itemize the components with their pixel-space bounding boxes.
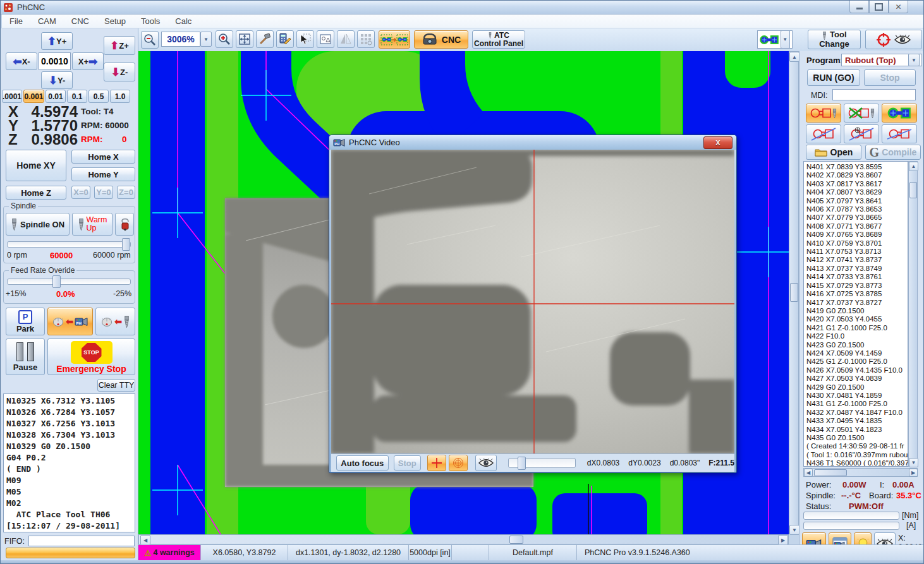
menu-cam[interactable]: CAM xyxy=(30,16,64,26)
jog-x-minus-button[interactable]: ⬅X- xyxy=(6,52,37,70)
camera-target-button[interactable] xyxy=(865,30,922,49)
gcode-list[interactable]: N401 X7.0839 Y3.8595N402 X7.0829 Y3.8607… xyxy=(803,161,908,467)
emergency-stop-button[interactable]: STOP Emergency Stop xyxy=(47,339,135,375)
step-001-button-active[interactable]: 0.001 xyxy=(23,90,44,103)
minimize-button[interactable] xyxy=(849,1,869,13)
top-bottom-layer-button[interactable] xyxy=(379,30,410,49)
fit-view-button[interactable] xyxy=(236,30,253,48)
scroll-left-arrow[interactable]: ◀ xyxy=(804,469,813,477)
canvas-vscroll-thumb[interactable] xyxy=(790,283,798,302)
scroll-up-arrow[interactable]: ▲ xyxy=(909,162,918,171)
home-z-button[interactable]: Home Z xyxy=(6,186,66,200)
pause-button[interactable]: Pause xyxy=(6,339,45,375)
gcode-vscrollbar[interactable]: ▲ ▼ xyxy=(908,161,918,467)
video-eye-button[interactable] xyxy=(475,455,497,471)
step-01-button[interactable]: 0.01 xyxy=(46,90,66,103)
zoom-level-select[interactable]: 3006% ▼ xyxy=(161,32,212,47)
stop-button[interactable]: Stop xyxy=(864,69,916,86)
warm-up-button[interactable]: WarmUp xyxy=(72,213,112,236)
jog-y-minus-button[interactable]: ⬇Y- xyxy=(41,71,73,89)
close-button[interactable]: ✕ xyxy=(889,1,908,13)
step-0001-button[interactable]: .0001 xyxy=(2,90,22,103)
video-zoom-slider[interactable] xyxy=(508,458,576,468)
skip-pads-button[interactable] xyxy=(844,104,879,123)
preview-button[interactable] xyxy=(317,30,334,48)
scroll-down-arrow[interactable]: ▼ xyxy=(909,458,918,467)
canvas-horizontal-scrollbar[interactable]: ◀ ▶ xyxy=(138,534,789,544)
calc-edit-button[interactable] xyxy=(276,30,294,48)
trace-outline-button[interactable] xyxy=(806,124,841,143)
video-slider-thumb[interactable] xyxy=(518,457,526,470)
scroll-up-arrow[interactable]: ▲ xyxy=(789,52,799,62)
menu-setup[interactable]: Setup xyxy=(97,16,133,26)
program-select[interactable]: Rubout (Top) ▼ xyxy=(841,54,922,66)
y-zero-button[interactable]: Y=0 xyxy=(94,186,113,199)
clear-tty-button[interactable]: Clear TTY xyxy=(97,379,135,392)
menu-cnc[interactable]: CNC xyxy=(64,16,97,26)
atc-control-panel-button[interactable]: ATC Control Panel xyxy=(472,30,525,49)
filled-pads-button[interactable] xyxy=(882,104,917,123)
step-10-button[interactable]: 1.0 xyxy=(110,90,130,103)
canvas-hscroll-thumb[interactable] xyxy=(509,536,523,544)
select-tool-button[interactable] xyxy=(296,30,314,48)
home-xy-button[interactable]: Home XY xyxy=(6,150,66,181)
feed-override-slider-thumb[interactable] xyxy=(52,275,61,288)
fifo-input[interactable] xyxy=(28,536,135,546)
crosshair-toggle-button[interactable] xyxy=(427,455,446,471)
tool-change-button[interactable]: Tool Change xyxy=(808,30,861,49)
z-zero-button[interactable]: Z=0 xyxy=(117,186,135,199)
x-zero-button[interactable]: X=0 xyxy=(71,186,90,199)
menu-tools[interactable]: Tools xyxy=(133,16,167,26)
zoom-out-button[interactable] xyxy=(141,31,159,49)
mdi-input[interactable] xyxy=(832,89,916,100)
rings-toggle-button[interactable] xyxy=(449,455,468,471)
pad-style-dropdown-arrow[interactable]: ▼ xyxy=(781,30,790,49)
menu-file[interactable]: File xyxy=(2,16,30,26)
scroll-down-arrow[interactable]: ▼ xyxy=(789,525,799,535)
gcode-hscrollbar[interactable]: ◀ ▶ xyxy=(803,468,918,477)
step-repeat-button[interactable] xyxy=(357,30,375,48)
pad-style-select[interactable]: ▼ xyxy=(757,30,793,49)
jog-z-plus-button[interactable]: ⬆Z+ xyxy=(104,36,135,55)
video-close-button[interactable]: X xyxy=(703,136,733,149)
gcode-vscroll-thumb[interactable] xyxy=(909,182,917,198)
jog-z-minus-button[interactable]: ⬇Z- xyxy=(104,63,135,81)
home-y-button[interactable]: Home Y xyxy=(71,167,135,181)
compile-button[interactable]: G Compile xyxy=(865,145,921,160)
autofocus-button[interactable]: Auto focus xyxy=(336,455,389,471)
jog-y-plus-button[interactable]: ⬆Y+ xyxy=(41,32,73,50)
mill-pads-button[interactable] xyxy=(806,104,841,123)
spindle-rpm-slider-thumb[interactable] xyxy=(122,238,130,251)
warnings-badge[interactable]: ⚠ 4 warnings xyxy=(138,545,201,560)
mechanical-setup-button[interactable] xyxy=(256,30,274,48)
menu-calc[interactable]: Calc xyxy=(167,16,199,26)
canvas-vertical-scrollbar[interactable]: ▲ ▼ xyxy=(789,51,799,534)
spindle-rpm-slider[interactable] xyxy=(7,241,131,248)
zoom-level-dropdown-arrow[interactable]: ▼ xyxy=(200,32,212,47)
park-button[interactable]: P Park xyxy=(6,308,45,335)
scroll-left-arrow[interactable]: ◀ xyxy=(140,535,150,545)
vacuum-button[interactable] xyxy=(115,213,134,236)
program-dropdown-arrow[interactable]: ▼ xyxy=(908,54,920,66)
zoom-in-button[interactable] xyxy=(216,30,233,48)
jog-x-plus-button[interactable]: X+➡ xyxy=(72,52,104,70)
trace-outline2-button[interactable] xyxy=(882,124,917,143)
home-x-button[interactable]: Home X xyxy=(71,150,135,164)
trace-target-button[interactable] xyxy=(844,124,879,143)
open-button[interactable]: Open xyxy=(806,145,861,160)
tool-follow-mouse-button[interactable]: ⬅ xyxy=(95,308,135,335)
camera-follow-mouse-button[interactable]: ⬅ xyxy=(47,308,93,335)
gcode-hscroll-thumb[interactable] xyxy=(814,469,847,476)
video-title-bar[interactable]: PhCNC Video X xyxy=(329,135,736,150)
feed-override-slider[interactable] xyxy=(7,279,131,285)
spindle-on-button[interactable]: Spindle ON xyxy=(6,213,70,236)
jog-step-input[interactable] xyxy=(39,52,71,70)
step-5-button[interactable]: 0.5 xyxy=(88,90,109,103)
maximize-button[interactable] xyxy=(869,1,889,13)
cnc-mode-button[interactable]: CNC xyxy=(414,30,468,49)
title-bar[interactable]: PhCNC ✕ xyxy=(1,1,924,15)
video-stop-button[interactable]: Stop xyxy=(394,455,421,471)
scroll-right-arrow[interactable]: ▶ xyxy=(909,469,918,477)
mirror-button[interactable] xyxy=(337,30,355,48)
step-1-button[interactable]: 0.1 xyxy=(67,90,87,103)
